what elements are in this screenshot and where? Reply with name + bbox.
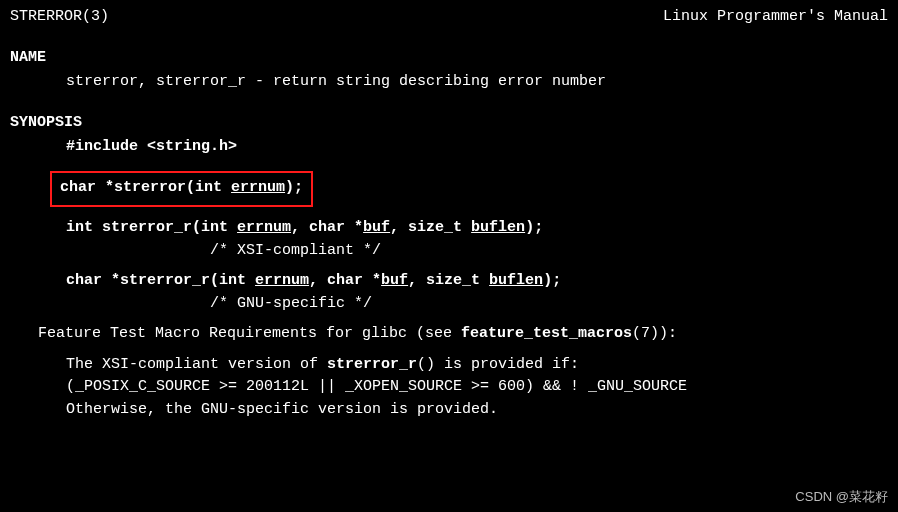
section-heading-name: NAME <box>10 47 888 70</box>
ftm-condition: (_POSIX_C_SOURCE >= 200112L || _XOPEN_SO… <box>10 376 888 399</box>
name-line: strerror, strerror_r - return string des… <box>10 71 888 94</box>
fn-strerror: char *strerror(int errnum); <box>60 179 303 196</box>
comment-xsi: /* XSI-compliant */ <box>10 240 888 263</box>
manpage-id: STRERROR(3) <box>10 6 109 29</box>
ftm-xsi-line: The XSI-compliant version of strerror_r(… <box>10 354 888 377</box>
section-heading-synopsis: SYNOPSIS <box>10 112 888 135</box>
fn-strerror-r-xsi: int strerror_r(int errnum, char *buf, si… <box>10 217 888 240</box>
fn-strerror-r-gnu: char *strerror_r(int errnum, char *buf, … <box>10 270 888 293</box>
highlight-box: char *strerror(int errnum); <box>50 171 313 208</box>
ftm-line: Feature Test Macro Requirements for glib… <box>10 323 888 346</box>
include-line: #include <string.h> <box>10 136 888 159</box>
ftm-otherwise: Otherwise, the GNU-specific version is p… <box>10 399 888 422</box>
watermark: CSDN @菜花籽 <box>795 487 888 507</box>
manpage-header: STRERROR(3) Linux Programmer's Manual <box>10 6 888 29</box>
comment-gnu: /* GNU-specific */ <box>10 293 888 316</box>
manpage-source: Linux Programmer's Manual <box>663 6 888 29</box>
